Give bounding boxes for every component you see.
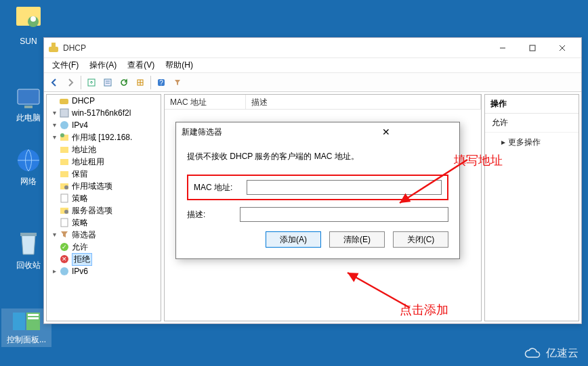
expand-toggle[interactable]: ▸ (49, 267, 59, 276)
mac-highlight-box: MAC 地址: (187, 175, 448, 200)
svg-rect-25 (60, 109, 68, 117)
svg-rect-11 (49, 47, 58, 52)
menu-action[interactable]: 操作(A) (84, 58, 122, 72)
menu-help[interactable]: 帮助(H) (160, 58, 198, 72)
tree-ipv6[interactable]: IPv6 (72, 267, 88, 276)
add-button[interactable]: 添加(A) (266, 231, 321, 248)
svg-rect-34 (61, 194, 68, 202)
desktop-label: 网络 (8, 176, 49, 187)
expand-toggle[interactable]: ▾ (49, 133, 59, 142)
user-folder-icon (16, 7, 41, 34)
cpanel-icon (12, 311, 41, 331)
tree-filter[interactable]: 筛选器 (72, 229, 96, 241)
svg-text:✓: ✓ (62, 244, 67, 250)
dhcp-app-icon (48, 43, 59, 53)
list-pane: MAC 地址 描述 新建筛选器 ✕ 提供不接收 DHCP 服务的客户端的 MAC… (164, 94, 482, 321)
close-dialog-button[interactable]: 关闭(C) (393, 231, 448, 248)
dialog-titlebar[interactable]: 新建筛选器 ✕ (176, 122, 459, 141)
properties-button[interactable] (100, 75, 115, 90)
server-icon (59, 108, 70, 118)
tree-policy2[interactable]: 策略 (72, 217, 88, 229)
forward-button[interactable] (63, 75, 78, 90)
menu-file[interactable]: 文件(F) (47, 58, 84, 72)
menubar: 文件(F) 操作(A) 查看(V) 帮助(H) (44, 58, 581, 73)
window-title: DHCP (63, 43, 488, 53)
svg-text:✕: ✕ (62, 256, 67, 262)
desc-input[interactable] (240, 207, 448, 222)
folder-gear-icon (59, 205, 70, 216)
actions-section: 允许 (485, 114, 579, 133)
tree-pool[interactable]: 地址池 (72, 144, 96, 156)
desktop-icon-recycle[interactable]: 回收站 (8, 230, 49, 271)
svg-rect-18 (104, 79, 111, 86)
ipv4-icon (59, 120, 70, 131)
globe-icon (16, 147, 41, 173)
svg-rect-14 (530, 45, 535, 51)
filter-button[interactable] (170, 75, 185, 90)
back-button[interactable] (47, 75, 62, 90)
folder-gear-icon (59, 181, 70, 191)
tree-dhcp[interactable]: DHCP (72, 96, 95, 106)
svg-rect-29 (60, 147, 68, 153)
folder-icon (59, 144, 70, 155)
col-mac[interactable]: MAC 地址 (165, 95, 246, 109)
pc-icon (15, 88, 42, 110)
titlebar[interactable]: DHCP (44, 38, 581, 58)
svg-point-28 (60, 133, 64, 137)
folder-icon (59, 168, 70, 179)
desktop-icon-sun[interactable]: SUN (8, 7, 49, 46)
tree-ipv4[interactable]: IPv4 (72, 120, 88, 130)
svg-text:?: ? (159, 79, 163, 87)
tree-deny[interactable]: 拒绝 (72, 253, 92, 266)
tree-pane[interactable]: DHCP ▾win-517h6nk6f2l ▾IPv4 ▾作用域 [192.16… (46, 94, 161, 321)
cloud-icon (523, 348, 542, 360)
desktop-icon-pc[interactable]: 此电脑 (8, 88, 49, 124)
help-button[interactable]: ? (154, 75, 169, 90)
tree-scope[interactable]: 作用域 [192.168. (72, 132, 132, 143)
scope-icon (59, 132, 70, 143)
up-button[interactable] (84, 75, 99, 90)
desktop-label: SUN (8, 37, 49, 46)
expand-toggle[interactable]: ▾ (49, 230, 59, 239)
svg-point-33 (64, 185, 68, 189)
tree-server[interactable]: win-517h6nk6f2l (72, 108, 131, 118)
desktop-label: 回收站 (8, 260, 49, 271)
svg-rect-6 (20, 233, 37, 236)
policy-icon (59, 217, 70, 228)
toolbar: ? (44, 73, 581, 92)
dhcp-mmc-window: DHCP 文件(F) 操作(A) 查看(V) 帮助(H) ? DHCP ▾win… (43, 37, 582, 324)
watermark: 亿速云 (523, 346, 579, 361)
more-actions[interactable]: ▸更多操作 (485, 133, 579, 152)
svg-rect-30 (60, 159, 68, 165)
refresh-button[interactable] (117, 75, 131, 90)
col-desc[interactable]: 描述 (246, 95, 481, 109)
dialog-close-button[interactable]: ✕ (318, 127, 454, 137)
mac-input[interactable] (247, 180, 442, 195)
tree-srvopt[interactable]: 服务器选项 (72, 205, 112, 216)
tree-lease[interactable]: 地址租用 (72, 156, 104, 168)
svg-rect-3 (18, 89, 39, 104)
ipv6-icon (59, 266, 70, 277)
svg-rect-10 (28, 317, 39, 319)
svg-rect-9 (28, 314, 39, 316)
svg-rect-37 (61, 219, 68, 227)
desktop-icon-network[interactable]: 网络 (8, 147, 49, 187)
maximize-button[interactable] (518, 39, 547, 58)
svg-rect-4 (24, 106, 33, 108)
tree-reserve[interactable]: 保留 (72, 168, 88, 180)
svg-point-36 (64, 210, 68, 214)
tree-policy[interactable]: 策略 (72, 193, 88, 204)
actions-pane: 操作 允许 ▸更多操作 (484, 94, 579, 321)
minimize-button[interactable] (488, 39, 518, 58)
tree-allow[interactable]: 允许 (72, 242, 88, 253)
close-button[interactable] (547, 39, 577, 58)
export-button[interactable] (133, 75, 148, 90)
expand-toggle[interactable]: ▾ (49, 120, 59, 130)
tree-scopeopt[interactable]: 作用域选项 (72, 181, 112, 192)
expand-toggle[interactable]: ▾ (49, 108, 59, 118)
clear-button[interactable]: 清除(E) (329, 231, 385, 248)
dhcp-root-icon (59, 95, 70, 106)
menu-view[interactable]: 查看(V) (122, 58, 160, 72)
list-header: MAC 地址 描述 (165, 95, 481, 110)
desktop-label: 控制面板... (1, 334, 51, 346)
